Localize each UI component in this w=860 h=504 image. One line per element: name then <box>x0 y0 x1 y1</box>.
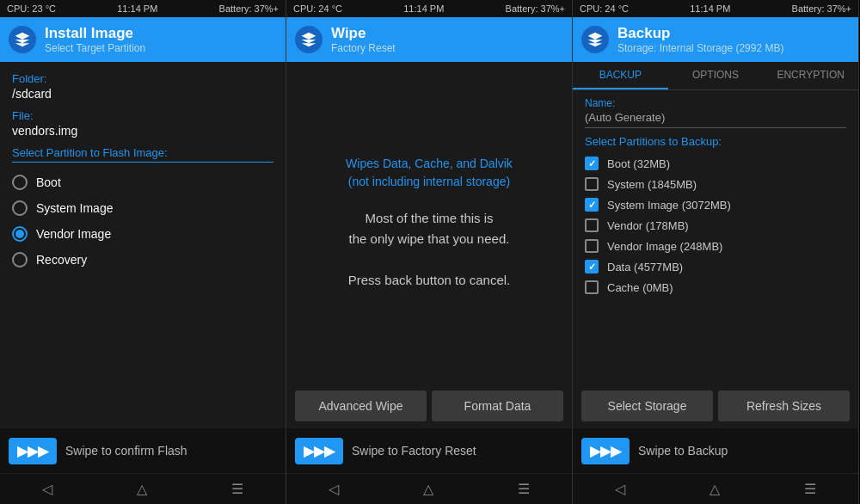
backup-header: Backup Storage: Internal Storage (2992 M… <box>573 17 858 62</box>
wipe-buttons: Advanced Wipe Format Data <box>286 384 572 428</box>
backup-partition-item-2[interactable]: System Image (3072MB) <box>585 194 846 215</box>
partition-label-0: Boot <box>36 175 61 189</box>
name-label: Name: <box>585 97 846 109</box>
install-swipe-bar[interactable]: ▶▶▶ Swipe to confirm Flash <box>0 428 286 473</box>
install-nav: ◁ △ ☰ <box>0 473 286 504</box>
cpu-temp: CPU: 24 °C <box>293 3 342 14</box>
checkbox-4 <box>585 239 599 253</box>
status-bar-backup: CPU: 24 °C 11:14 PM Battery: 37%+ <box>573 0 858 17</box>
tab-options[interactable]: OPTIONS <box>668 62 764 89</box>
tab-backup[interactable]: BACKUP <box>573 62 668 89</box>
checkbox-5 <box>585 260 599 274</box>
wipe-subtitle: Factory Reset <box>331 42 396 54</box>
checkbox-6 <box>585 280 599 294</box>
wipe-warning: Wipes Data, Cache, and Dalvik (not inclu… <box>346 155 513 191</box>
backup-partition-label-6: Cache (0MB) <box>607 281 673 294</box>
radio-circle-0 <box>12 175 28 190</box>
backup-title: Backup <box>617 25 783 42</box>
partition-list: BootSystem ImageVendor ImageRecovery <box>12 169 273 273</box>
backup-partition-item-0[interactable]: Boot (32MB) <box>585 153 846 174</box>
back-icon[interactable]: ◁ <box>615 481 625 497</box>
menu-icon[interactable]: ☰ <box>518 481 530 497</box>
install-title: Install Image <box>45 25 145 42</box>
home-icon[interactable]: △ <box>423 481 433 497</box>
status-bar-install: CPU: 23 °C 11:14 PM Battery: 37%+ <box>0 0 286 17</box>
swipe-arrows-install: ▶▶▶ <box>9 438 57 464</box>
partition-item-1[interactable]: System Image <box>12 195 273 221</box>
logo-icon <box>295 26 322 53</box>
partition-item-0[interactable]: Boot <box>12 169 273 195</box>
backup-content: Name: (Auto Generate) Select Partitions … <box>573 90 858 384</box>
wipe-header-text: Wipe Factory Reset <box>331 25 396 55</box>
wipe-title: Wipe <box>331 25 396 42</box>
partition-section-label: Select Partition to Flash Image: <box>12 146 273 163</box>
checkbox-2 <box>585 198 599 212</box>
partition-item-2[interactable]: Vendor Image <box>12 221 273 247</box>
checkbox-1 <box>585 177 599 191</box>
backup-subtitle: Storage: Internal Storage (2992 MB) <box>617 42 783 54</box>
menu-icon[interactable]: ☰ <box>804 481 816 497</box>
backup-partition-list: Boot (32MB)System (1845MB)System Image (… <box>585 153 846 298</box>
install-header: Install Image Select Target Partition <box>0 17 286 62</box>
backup-header-text: Backup Storage: Internal Storage (2992 M… <box>617 25 783 55</box>
backup-partition-item-3[interactable]: Vendor (178MB) <box>585 215 846 236</box>
partition-item-3[interactable]: Recovery <box>12 247 273 273</box>
select-storage-button[interactable]: Select Storage <box>581 390 713 421</box>
backup-partition-item-4[interactable]: Vendor Image (248MB) <box>585 236 846 256</box>
battery: Battery: 37%+ <box>792 3 851 14</box>
wipe-nav: ◁ △ ☰ <box>286 473 572 504</box>
wipe-header: Wipe Factory Reset <box>286 17 572 62</box>
advanced-wipe-button[interactable]: Advanced Wipe <box>295 390 427 421</box>
cpu-temp: CPU: 24 °C <box>580 3 629 14</box>
menu-icon[interactable]: ☰ <box>231 481 243 497</box>
backup-buttons: Select Storage Refresh Sizes <box>573 384 858 428</box>
name-value: (Auto Generate) <box>585 111 846 128</box>
wipe-main-text: Most of the time this is the only wipe t… <box>348 208 510 291</box>
status-bar-wipe: CPU: 24 °C 11:14 PM Battery: 37%+ <box>286 0 572 17</box>
home-icon[interactable]: △ <box>710 481 720 497</box>
swipe-arrows-wipe: ▶▶▶ <box>295 438 343 464</box>
battery: Battery: 37%+ <box>219 3 279 14</box>
time: 11:14 PM <box>690 3 730 14</box>
format-data-button[interactable]: Format Data <box>432 390 563 421</box>
file-label: File: <box>12 109 273 122</box>
backup-swipe-bar[interactable]: ▶▶▶ Swipe to Backup <box>573 428 858 473</box>
cpu-temp: CPU: 23 °C <box>7 3 56 14</box>
back-icon[interactable]: ◁ <box>42 481 52 497</box>
install-subtitle: Select Target Partition <box>45 42 145 54</box>
tab-encryption[interactable]: ENCRYPTION <box>763 62 858 89</box>
wipe-swipe-label: Swipe to Factory Reset <box>352 444 476 458</box>
backup-partition-label-1: System (1845MB) <box>607 178 697 191</box>
backup-swipe-label: Swipe to Backup <box>638 444 728 458</box>
back-icon[interactable]: ◁ <box>329 481 339 497</box>
install-content: Folder: /sdcard File: vendors.img Select… <box>0 62 286 428</box>
folder-value: /sdcard <box>12 87 273 101</box>
install-panel: CPU: 23 °C 11:14 PM Battery: 37%+ Instal… <box>0 0 286 504</box>
file-value: vendors.img <box>12 124 273 138</box>
partitions-backup-label: Select Partitions to Backup: <box>585 135 846 148</box>
backup-partition-label-4: Vendor Image (248MB) <box>607 240 722 253</box>
logo-icon <box>9 26 36 53</box>
backup-nav: ◁ △ ☰ <box>573 473 858 504</box>
backup-tabs: BACKUPOPTIONSENCRYPTION <box>573 62 858 90</box>
checkbox-0 <box>585 157 599 170</box>
backup-partition-item-1[interactable]: System (1845MB) <box>585 174 846 194</box>
time: 11:14 PM <box>403 3 444 14</box>
wipe-swipe-bar[interactable]: ▶▶▶ Swipe to Factory Reset <box>286 428 572 473</box>
partition-label-2: Vendor Image <box>36 227 111 241</box>
swipe-arrows-backup: ▶▶▶ <box>581 438 630 464</box>
backup-partition-item-5[interactable]: Data (4577MB) <box>585 256 846 277</box>
radio-circle-1 <box>12 200 28 216</box>
checkbox-3 <box>585 218 599 232</box>
radio-circle-3 <box>12 252 28 267</box>
logo-icon <box>581 26 609 53</box>
refresh-sizes-button[interactable]: Refresh Sizes <box>718 390 850 421</box>
home-icon[interactable]: △ <box>137 481 147 497</box>
install-header-text: Install Image Select Target Partition <box>45 25 145 55</box>
time: 11:14 PM <box>117 3 157 14</box>
partition-label-3: Recovery <box>36 253 87 267</box>
partition-label-1: System Image <box>36 201 113 215</box>
backup-partition-item-6[interactable]: Cache (0MB) <box>585 277 846 298</box>
wipe-panel: CPU: 24 °C 11:14 PM Battery: 37%+ Wipe F… <box>286 0 573 504</box>
battery: Battery: 37%+ <box>506 3 565 14</box>
